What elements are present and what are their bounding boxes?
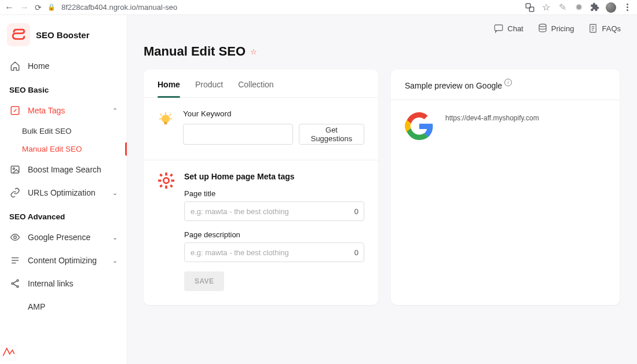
keyword-label: Your Keyword bbox=[183, 109, 364, 118]
sidebar: SEO Booster Home SEO Basic Meta Tags ⌃ B… bbox=[0, 15, 127, 364]
page-desc-label: Page description bbox=[184, 230, 364, 239]
lock-icon: 🔒 bbox=[47, 3, 56, 11]
translate-icon[interactable] bbox=[525, 2, 535, 13]
svg-point-11 bbox=[17, 286, 19, 288]
meta-section-heading: Set up Home page Meta tags bbox=[184, 172, 364, 181]
sidebar-item-content-opt[interactable]: Content Optimizing ⌄ bbox=[0, 249, 127, 272]
sidebar-item-google-presence[interactable]: Google Presence ⌄ bbox=[0, 226, 127, 249]
chevron-up-icon: ⌃ bbox=[112, 107, 118, 115]
brand-name: SEO Booster bbox=[36, 30, 90, 40]
page-desc-char-count: 0 bbox=[354, 248, 358, 257]
svg-rect-31 bbox=[170, 184, 173, 187]
sidebar-item-meta-tags[interactable]: Meta Tags ⌃ bbox=[0, 99, 127, 122]
edit-card: Home Product Collection Your Keyword Get… bbox=[144, 69, 378, 305]
google-logo-icon bbox=[405, 112, 434, 141]
kebab-menu-icon[interactable] bbox=[622, 2, 632, 13]
profile-avatar[interactable] bbox=[606, 2, 616, 13]
sidebar-item-label: Google Presence bbox=[28, 233, 90, 242]
svg-rect-28 bbox=[159, 174, 163, 177]
edit-icon bbox=[9, 105, 21, 116]
svg-rect-26 bbox=[158, 179, 162, 182]
gear-icon bbox=[158, 172, 175, 189]
sidebar-sub-bulk-edit[interactable]: Bulk Edit SEO bbox=[0, 122, 127, 140]
tab-collection[interactable]: Collection bbox=[238, 80, 273, 97]
chevron-down-icon: ⌄ bbox=[112, 189, 118, 197]
page-title: Manual Edit SEO bbox=[144, 44, 246, 59]
sidebar-item-label: Meta Tags bbox=[28, 106, 65, 115]
app-logo-icon bbox=[7, 23, 30, 46]
lightbulb-icon bbox=[158, 112, 174, 128]
tab-product[interactable]: Product bbox=[195, 80, 223, 97]
page-title-label: Page title bbox=[184, 189, 364, 198]
svg-rect-30 bbox=[159, 184, 163, 187]
home-icon bbox=[9, 60, 21, 72]
page-title-char-count: 0 bbox=[354, 207, 358, 216]
svg-point-9 bbox=[17, 280, 19, 281]
preview-site-url: https://dev4-aff.myshopify.com bbox=[445, 112, 539, 122]
extensions-icon[interactable] bbox=[590, 2, 600, 13]
sidebar-item-home[interactable]: Home bbox=[0, 54, 127, 78]
svg-rect-25 bbox=[165, 185, 167, 189]
svg-point-21 bbox=[162, 115, 170, 123]
top-link-label: Chat bbox=[507, 24, 523, 33]
svg-rect-24 bbox=[165, 172, 167, 176]
pencil-icon[interactable]: ✎ bbox=[557, 2, 568, 13]
document-icon bbox=[588, 23, 598, 34]
virus-icon[interactable]: ✹ bbox=[573, 2, 584, 13]
tab-home[interactable]: Home bbox=[158, 80, 180, 97]
sidebar-sub-manual-edit[interactable]: Manual Edit SEO bbox=[0, 140, 127, 158]
top-link-label: FAQs bbox=[602, 24, 621, 33]
sidebar-item-label: AMP bbox=[28, 302, 45, 311]
link-icon bbox=[9, 187, 21, 198]
sidebar-item-label: Internal links bbox=[28, 279, 74, 288]
svg-rect-22 bbox=[164, 122, 167, 124]
sidebar-item-label: Content Optimizing bbox=[28, 256, 97, 265]
info-icon[interactable]: i bbox=[504, 79, 512, 86]
sidebar-item-label: Home bbox=[28, 61, 49, 71]
forward-button[interactable]: → bbox=[20, 2, 29, 13]
sidebar-item-urls-opt[interactable]: URLs Optimization ⌄ bbox=[0, 181, 127, 204]
sidebar-section-advanced: SEO Advanced bbox=[0, 204, 127, 226]
back-button[interactable]: ← bbox=[5, 2, 14, 13]
sidebar-item-label: Boost Image Search bbox=[28, 165, 101, 174]
save-button[interactable]: SAVE bbox=[184, 271, 224, 291]
svg-rect-3 bbox=[11, 166, 19, 173]
address-bar-url[interactable]: 8f228cafb404.ngrok.io/manual-seo bbox=[61, 3, 177, 12]
image-icon bbox=[9, 164, 21, 175]
keyword-input[interactable] bbox=[183, 124, 293, 145]
list-icon bbox=[9, 255, 21, 266]
reload-button[interactable]: ⟳ bbox=[35, 3, 42, 12]
svg-line-13 bbox=[13, 284, 17, 286]
sidebar-item-label: URLs Optimization bbox=[28, 188, 96, 197]
page-title-input[interactable] bbox=[184, 201, 364, 221]
chat-icon bbox=[493, 23, 504, 34]
sidebar-section-basic: SEO Basic bbox=[0, 78, 127, 99]
bookmark-star-icon[interactable]: ☆ bbox=[541, 2, 551, 13]
top-link-label: Pricing bbox=[551, 24, 574, 33]
preview-card: Sample preview on Google i https://dev4-… bbox=[391, 69, 620, 305]
svg-point-5 bbox=[14, 236, 17, 239]
tabs: Home Product Collection bbox=[144, 69, 378, 98]
logo-row: SEO Booster bbox=[0, 23, 127, 54]
chat-link[interactable]: Chat bbox=[493, 23, 523, 34]
sidebar-item-internal-links[interactable]: Internal links bbox=[0, 272, 127, 295]
page-desc-input[interactable] bbox=[184, 242, 364, 262]
svg-point-23 bbox=[163, 178, 169, 183]
sidebar-item-amp[interactable]: AMP bbox=[0, 295, 127, 318]
eye-icon bbox=[9, 231, 21, 243]
favorite-star-icon[interactable]: ☆ bbox=[250, 47, 257, 56]
preview-heading: Sample preview on Google bbox=[405, 81, 502, 90]
pricing-link[interactable]: Pricing bbox=[537, 23, 574, 34]
database-icon bbox=[537, 23, 548, 34]
laravel-badge-icon[interactable] bbox=[1, 345, 16, 361]
chevron-down-icon: ⌄ bbox=[112, 257, 118, 264]
svg-rect-27 bbox=[171, 179, 174, 182]
sidebar-item-boost-image[interactable]: Boost Image Search bbox=[0, 158, 127, 181]
svg-rect-15 bbox=[495, 25, 503, 31]
share-icon bbox=[9, 278, 21, 289]
svg-line-12 bbox=[13, 281, 17, 284]
faqs-link[interactable]: FAQs bbox=[588, 23, 621, 34]
get-suggestions-button[interactable]: Get Suggestions bbox=[299, 124, 364, 145]
top-actions: Chat Pricing FAQs bbox=[144, 15, 621, 39]
page-heading: Manual Edit SEO ☆ bbox=[144, 39, 621, 69]
